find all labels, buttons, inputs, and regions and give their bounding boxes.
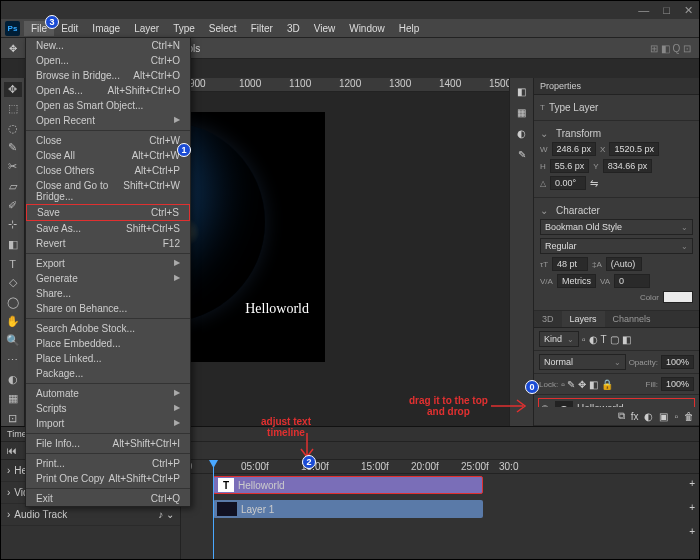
file-menu-close-and-go-to-bridge[interactable]: Close and Go to Bridge...Shift+Ctrl+W bbox=[26, 178, 190, 204]
chevron-icon[interactable]: › bbox=[7, 509, 10, 520]
text-layer-helloworld[interactable]: Helloworld bbox=[245, 301, 309, 317]
width-field[interactable]: 248.6 px bbox=[552, 142, 597, 156]
maximize-button[interactable]: □ bbox=[663, 4, 670, 16]
file-menu-open[interactable]: Open...Ctrl+O bbox=[26, 53, 190, 68]
timeline-track-area[interactable]: 0005:00f10:00f15:00f20:00f25:00f30:0 THe… bbox=[181, 460, 699, 560]
menu-window[interactable]: Window bbox=[342, 21, 392, 36]
menu-help[interactable]: Help bbox=[392, 21, 427, 36]
file-menu-share[interactable]: Share... bbox=[26, 286, 190, 301]
filter-pixel-icon[interactable]: ▫ bbox=[582, 334, 586, 345]
file-menu-open-recent[interactable]: Open Recent▶ bbox=[26, 113, 190, 128]
tool-8[interactable]: ◧ bbox=[4, 237, 22, 252]
tool-5[interactable]: ▱ bbox=[4, 179, 22, 194]
brush-icon[interactable]: ✎ bbox=[518, 149, 526, 160]
menu-layer[interactable]: Layer bbox=[127, 21, 166, 36]
collapsed-panels[interactable]: ◧ ▦ ◐ ✎ bbox=[509, 78, 533, 426]
tool-10[interactable]: ◇ bbox=[4, 275, 22, 290]
layer-filter-dropdown[interactable]: Kind bbox=[539, 331, 579, 347]
tool-3[interactable]: ✎ bbox=[4, 140, 22, 155]
file-menu-save-as[interactable]: Save As...Shift+Ctrl+S bbox=[26, 221, 190, 236]
leading-field[interactable]: (Auto) bbox=[606, 257, 642, 271]
font-size-field[interactable]: 48 pt bbox=[552, 257, 588, 271]
menu-image[interactable]: Image bbox=[85, 21, 127, 36]
angle-field[interactable]: 0.00° bbox=[550, 176, 586, 190]
panel-tab-layers[interactable]: Layers bbox=[562, 311, 605, 327]
tool-0[interactable]: ✥ bbox=[4, 82, 22, 97]
y-field[interactable]: 834.66 px bbox=[603, 159, 653, 173]
add-clip-audio-button[interactable]: + bbox=[689, 526, 695, 537]
transform-section[interactable]: Transform bbox=[556, 128, 601, 139]
file-menu-print-one-copy[interactable]: Print One CopyAlt+Shift+Ctrl+P bbox=[26, 471, 190, 486]
file-menu-place-embedded[interactable]: Place Embedded... bbox=[26, 336, 190, 351]
file-menu-automate[interactable]: Automate▶ bbox=[26, 386, 190, 401]
tool-15[interactable]: ◐ bbox=[4, 372, 22, 387]
filter-shape-icon[interactable]: ▢ bbox=[610, 334, 619, 345]
file-menu-open-as[interactable]: Open As...Alt+Shift+Ctrl+O bbox=[26, 83, 190, 98]
opacity-field[interactable]: 100% bbox=[661, 355, 694, 369]
lock-icons[interactable]: ▫ ✎ ✥ ◧ 🔒 bbox=[561, 379, 613, 390]
file-menu-open-as-smart-object[interactable]: Open as Smart Object... bbox=[26, 98, 190, 113]
file-menu-new[interactable]: New...Ctrl+N bbox=[26, 38, 190, 53]
file-menu-print[interactable]: Print...Ctrl+P bbox=[26, 456, 190, 471]
menu-view[interactable]: View bbox=[307, 21, 343, 36]
timeline-ruler[interactable]: 0005:00f10:00f15:00f20:00f25:00f30:0 bbox=[181, 460, 699, 474]
x-field[interactable]: 1520.5 px bbox=[609, 142, 659, 156]
panel-tab-channels[interactable]: Channels bbox=[605, 311, 659, 327]
add-clip-video-button[interactable]: + bbox=[689, 502, 695, 513]
file-menu-import[interactable]: Import▶ bbox=[26, 416, 190, 431]
tool-16[interactable]: ▦ bbox=[4, 391, 22, 406]
close-button[interactable]: ✕ bbox=[684, 4, 693, 17]
tool-17[interactable]: ⊡ bbox=[4, 411, 22, 426]
font-family-dropdown[interactable]: Bookman Old Style bbox=[540, 219, 693, 235]
swatches-icon[interactable]: ▦ bbox=[517, 107, 526, 118]
file-menu-save[interactable]: SaveCtrl+S bbox=[26, 204, 190, 221]
filter-smart-icon[interactable]: ◧ bbox=[622, 334, 631, 345]
workspace-icons[interactable]: ⊞ ◧ Q ⊡ bbox=[650, 43, 691, 54]
layer-mask-icon[interactable]: ◐ bbox=[644, 411, 653, 422]
file-menu-close[interactable]: CloseCtrl+W bbox=[26, 133, 190, 148]
properties-panel-header[interactable]: Properties bbox=[534, 78, 699, 95]
tool-13[interactable]: 🔍 bbox=[4, 333, 22, 348]
tracking-field[interactable]: Metrics bbox=[557, 274, 596, 288]
file-menu-share-on-behance[interactable]: Share on Behance... bbox=[26, 301, 190, 316]
delete-layer-icon[interactable]: 🗑 bbox=[684, 411, 694, 422]
tool-14[interactable]: ⋯ bbox=[4, 353, 22, 368]
layer-helloworld[interactable]: ◉THelloworld bbox=[538, 398, 695, 407]
panel-tab-3d[interactable]: 3D bbox=[534, 311, 562, 327]
flip-h-icon[interactable]: ⇋ bbox=[590, 178, 598, 189]
menu-type[interactable]: Type bbox=[166, 21, 202, 36]
file-menu-search-adobe-stock[interactable]: Search Adobe Stock... bbox=[26, 321, 190, 336]
tool-11[interactable]: ◯ bbox=[4, 295, 22, 310]
file-menu-export[interactable]: Export▶ bbox=[26, 256, 190, 271]
file-menu-close-all[interactable]: Close AllAlt+Ctrl+W bbox=[26, 148, 190, 163]
clip-helloworld[interactable]: THelloworld bbox=[213, 476, 483, 494]
fill-field[interactable]: 100% bbox=[661, 377, 694, 391]
height-field[interactable]: 55.6 px bbox=[550, 159, 590, 173]
file-menu-browse-in-bridge[interactable]: Browse in Bridge...Alt+Ctrl+O bbox=[26, 68, 190, 83]
chevron-icon[interactable]: › bbox=[7, 465, 10, 476]
filter-type-icon[interactable]: T bbox=[601, 334, 607, 345]
file-menu-generate[interactable]: Generate▶ bbox=[26, 271, 190, 286]
first-frame-button[interactable]: ⏮ bbox=[7, 445, 17, 456]
file-menu-file-info[interactable]: File Info...Alt+Shift+Ctrl+I bbox=[26, 436, 190, 451]
file-menu-scripts[interactable]: Scripts▶ bbox=[26, 401, 190, 416]
font-style-dropdown[interactable]: Regular bbox=[540, 238, 693, 254]
clip-layer1[interactable]: Layer 1 bbox=[213, 500, 483, 518]
tool-4[interactable]: ✂ bbox=[4, 159, 22, 174]
add-clip-text-button[interactable]: + bbox=[689, 478, 695, 489]
tool-1[interactable]: ⬚ bbox=[4, 101, 22, 116]
playhead[interactable] bbox=[213, 460, 214, 560]
new-group-icon[interactable]: ▣ bbox=[659, 411, 668, 422]
tool-12[interactable]: ✋ bbox=[4, 314, 22, 329]
adjustments-icon[interactable]: ◐ bbox=[517, 128, 526, 139]
kerning-field[interactable]: 0 bbox=[614, 274, 650, 288]
blend-mode-dropdown[interactable]: Normal bbox=[539, 354, 626, 370]
chevron-icon[interactable]: › bbox=[7, 487, 10, 498]
track-audio-track[interactable]: ›Audio Track♪ ⌄ bbox=[1, 504, 180, 526]
file-menu-revert[interactable]: RevertF12 bbox=[26, 236, 190, 251]
file-menu-place-linked[interactable]: Place Linked... bbox=[26, 351, 190, 366]
filter-adjustment-icon[interactable]: ◐ bbox=[589, 334, 598, 345]
menu-3d[interactable]: 3D bbox=[280, 21, 307, 36]
minimize-button[interactable]: — bbox=[638, 4, 649, 16]
color-icon[interactable]: ◧ bbox=[517, 86, 526, 97]
